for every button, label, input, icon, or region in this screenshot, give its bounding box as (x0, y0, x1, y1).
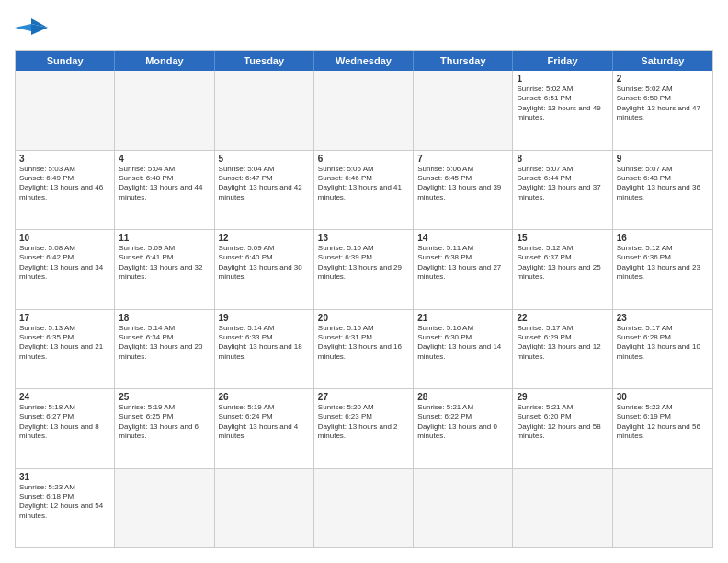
cell-sun-info: Sunrise: 5:12 AM Sunset: 6:36 PM Dayligh… (617, 244, 709, 282)
header-day-thursday: Thursday (414, 51, 513, 71)
calendar-week-5: 31Sunrise: 5:23 AM Sunset: 6:18 PM Dayli… (16, 468, 712, 548)
header-day-friday: Friday (513, 51, 612, 71)
logo (15, 15, 51, 40)
calendar-cell: 29Sunrise: 5:21 AM Sunset: 6:20 PM Dayli… (513, 389, 612, 468)
header (15, 15, 713, 40)
day-number: 22 (517, 313, 608, 323)
day-number: 1 (517, 74, 608, 84)
day-number: 25 (119, 392, 210, 402)
cell-sun-info: Sunrise: 5:04 AM Sunset: 6:47 PM Dayligh… (219, 165, 310, 203)
calendar-cell: 17Sunrise: 5:13 AM Sunset: 6:35 PM Dayli… (16, 310, 115, 389)
cell-sun-info: Sunrise: 5:23 AM Sunset: 6:18 PM Dayligh… (19, 483, 110, 522)
cell-sun-info: Sunrise: 5:05 AM Sunset: 6:46 PM Dayligh… (318, 165, 409, 203)
calendar-cell (115, 71, 214, 150)
cell-sun-info: Sunrise: 5:17 AM Sunset: 6:29 PM Dayligh… (517, 324, 608, 362)
calendar-cell (513, 469, 612, 548)
day-number: 8 (517, 154, 608, 164)
calendar-body: 1Sunrise: 5:02 AM Sunset: 6:51 PM Daylig… (16, 71, 712, 547)
cell-sun-info: Sunrise: 5:14 AM Sunset: 6:33 PM Dayligh… (219, 324, 310, 362)
day-number: 18 (119, 313, 210, 323)
day-number: 30 (617, 392, 709, 402)
day-number: 28 (417, 392, 508, 402)
cell-sun-info: Sunrise: 5:09 AM Sunset: 6:41 PM Dayligh… (119, 244, 210, 282)
day-number: 9 (617, 154, 709, 164)
calendar-cell: 26Sunrise: 5:19 AM Sunset: 6:24 PM Dayli… (215, 389, 314, 468)
cell-sun-info: Sunrise: 5:16 AM Sunset: 6:30 PM Dayligh… (417, 324, 508, 362)
calendar-cell (215, 469, 314, 548)
calendar-cell: 16Sunrise: 5:12 AM Sunset: 6:36 PM Dayli… (613, 230, 712, 309)
calendar-week-2: 10Sunrise: 5:08 AM Sunset: 6:42 PM Dayli… (16, 229, 712, 309)
day-number: 23 (617, 313, 709, 323)
cell-sun-info: Sunrise: 5:15 AM Sunset: 6:31 PM Dayligh… (318, 324, 409, 362)
calendar-cell (613, 469, 712, 548)
calendar-cell: 23Sunrise: 5:17 AM Sunset: 6:28 PM Dayli… (613, 310, 712, 389)
calendar-cell: 27Sunrise: 5:20 AM Sunset: 6:23 PM Dayli… (314, 389, 414, 468)
day-number: 17 (19, 313, 110, 323)
cell-sun-info: Sunrise: 5:07 AM Sunset: 6:43 PM Dayligh… (617, 165, 709, 203)
cell-sun-info: Sunrise: 5:14 AM Sunset: 6:34 PM Dayligh… (119, 324, 210, 362)
calendar-cell: 9Sunrise: 5:07 AM Sunset: 6:43 PM Daylig… (613, 151, 712, 230)
cell-sun-info: Sunrise: 5:17 AM Sunset: 6:28 PM Dayligh… (617, 324, 709, 362)
day-number: 29 (517, 392, 608, 402)
calendar-cell: 11Sunrise: 5:09 AM Sunset: 6:41 PM Dayli… (115, 230, 214, 309)
cell-sun-info: Sunrise: 5:06 AM Sunset: 6:45 PM Dayligh… (417, 165, 508, 203)
cell-sun-info: Sunrise: 5:20 AM Sunset: 6:23 PM Dayligh… (318, 403, 409, 442)
calendar-week-4: 24Sunrise: 5:18 AM Sunset: 6:27 PM Dayli… (16, 388, 712, 468)
svg-marker-1 (15, 24, 31, 31)
cell-sun-info: Sunrise: 5:08 AM Sunset: 6:42 PM Dayligh… (19, 244, 110, 282)
cell-sun-info: Sunrise: 5:19 AM Sunset: 6:25 PM Dayligh… (119, 403, 210, 442)
calendar-cell: 28Sunrise: 5:21 AM Sunset: 6:22 PM Dayli… (414, 389, 513, 468)
day-number: 27 (318, 392, 409, 402)
calendar-cell: 3Sunrise: 5:03 AM Sunset: 6:49 PM Daylig… (16, 151, 115, 230)
day-number: 7 (417, 154, 508, 164)
calendar-cell: 6Sunrise: 5:05 AM Sunset: 6:46 PM Daylig… (314, 151, 414, 230)
header-day-monday: Monday (115, 51, 214, 71)
header-day-wednesday: Wednesday (314, 51, 414, 71)
calendar-cell: 20Sunrise: 5:15 AM Sunset: 6:31 PM Dayli… (314, 310, 414, 389)
calendar: SundayMondayTuesdayWednesdayThursdayFrid… (15, 50, 713, 548)
calendar-cell (414, 71, 513, 150)
header-day-tuesday: Tuesday (215, 51, 314, 71)
cell-sun-info: Sunrise: 5:04 AM Sunset: 6:48 PM Dayligh… (119, 165, 210, 203)
cell-sun-info: Sunrise: 5:13 AM Sunset: 6:35 PM Dayligh… (19, 324, 110, 362)
calendar-cell: 19Sunrise: 5:14 AM Sunset: 6:33 PM Dayli… (215, 310, 314, 389)
day-number: 6 (318, 154, 409, 164)
cell-sun-info: Sunrise: 5:12 AM Sunset: 6:37 PM Dayligh… (517, 244, 608, 282)
page: SundayMondayTuesdayWednesdayThursdayFrid… (0, 0, 728, 563)
day-number: 19 (219, 313, 310, 323)
day-number: 26 (219, 392, 310, 402)
cell-sun-info: Sunrise: 5:18 AM Sunset: 6:27 PM Dayligh… (19, 403, 110, 442)
day-number: 11 (119, 233, 210, 243)
calendar-cell: 13Sunrise: 5:10 AM Sunset: 6:39 PM Dayli… (314, 230, 414, 309)
calendar-cell (414, 469, 513, 548)
cell-sun-info: Sunrise: 5:19 AM Sunset: 6:24 PM Dayligh… (219, 403, 310, 442)
day-number: 20 (318, 313, 409, 323)
calendar-cell: 21Sunrise: 5:16 AM Sunset: 6:30 PM Dayli… (414, 310, 513, 389)
day-number: 31 (19, 472, 110, 482)
day-number: 24 (19, 392, 110, 402)
calendar-cell: 18Sunrise: 5:14 AM Sunset: 6:34 PM Dayli… (115, 310, 214, 389)
calendar-cell (16, 71, 115, 150)
day-number: 14 (417, 233, 508, 243)
calendar-cell: 24Sunrise: 5:18 AM Sunset: 6:27 PM Dayli… (16, 389, 115, 468)
calendar-cell: 12Sunrise: 5:09 AM Sunset: 6:40 PM Dayli… (215, 230, 314, 309)
calendar-week-1: 3Sunrise: 5:03 AM Sunset: 6:49 PM Daylig… (16, 150, 712, 230)
calendar-cell: 30Sunrise: 5:22 AM Sunset: 6:19 PM Dayli… (613, 389, 712, 468)
day-number: 21 (417, 313, 508, 323)
day-number: 15 (517, 233, 608, 243)
calendar-cell: 25Sunrise: 5:19 AM Sunset: 6:25 PM Dayli… (115, 389, 214, 468)
logo-bird-icon (15, 15, 48, 40)
calendar-week-0: 1Sunrise: 5:02 AM Sunset: 6:51 PM Daylig… (16, 71, 712, 150)
calendar-cell: 14Sunrise: 5:11 AM Sunset: 6:38 PM Dayli… (414, 230, 513, 309)
day-number: 16 (617, 233, 709, 243)
calendar-cell: 5Sunrise: 5:04 AM Sunset: 6:47 PM Daylig… (215, 151, 314, 230)
cell-sun-info: Sunrise: 5:07 AM Sunset: 6:44 PM Dayligh… (517, 165, 608, 203)
calendar-cell: 15Sunrise: 5:12 AM Sunset: 6:37 PM Dayli… (513, 230, 612, 309)
cell-sun-info: Sunrise: 5:11 AM Sunset: 6:38 PM Dayligh… (417, 244, 508, 282)
day-number: 3 (19, 154, 110, 164)
cell-sun-info: Sunrise: 5:02 AM Sunset: 6:50 PM Dayligh… (617, 85, 709, 123)
calendar-cell (314, 469, 414, 548)
cell-sun-info: Sunrise: 5:02 AM Sunset: 6:51 PM Dayligh… (517, 85, 608, 123)
calendar-week-3: 17Sunrise: 5:13 AM Sunset: 6:35 PM Dayli… (16, 309, 712, 389)
day-number: 5 (219, 154, 310, 164)
